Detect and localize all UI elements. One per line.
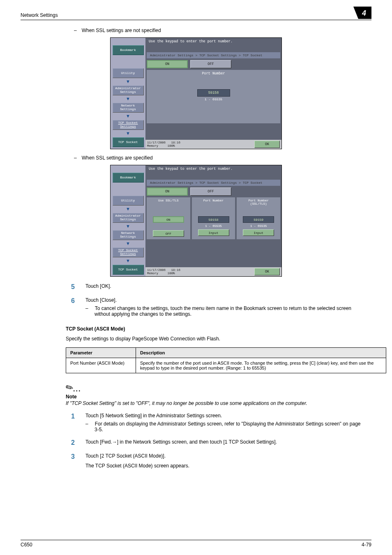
arrow-down-icon: ▼ — [126, 206, 130, 211]
step-2: 2 Touch [Fwd.→] in the Network Settings … — [66, 439, 363, 446]
nav-tcp-socket-settings[interactable]: TCP Socket Settings — [113, 247, 144, 257]
step-3: 3 Touch [2 TCP Socket (ASCII Mode)]. The… — [66, 453, 363, 469]
page-header: Network Settings 4 — [21, 12, 371, 20]
on-button[interactable]: ON — [147, 187, 188, 196]
port-number-value[interactable]: 59158 — [197, 89, 230, 97]
table-header-description: Description — [136, 348, 386, 358]
port-ssl-value[interactable]: 59159 — [243, 216, 274, 223]
arrow-down-icon: ▼ — [126, 113, 130, 118]
nav-utility[interactable]: Utility — [113, 196, 144, 206]
nav-tcp-socket[interactable]: TCP Socket — [113, 137, 144, 147]
step-text: Touch [Fwd.→] in the Network Settings sc… — [82, 439, 363, 446]
ok-button[interactable]: OK — [254, 268, 280, 275]
step-number: 6 — [66, 297, 82, 317]
screenshot-ssl: Bookmark Utility ▼ Administrator Setting… — [110, 165, 282, 277]
arrow-down-icon: ▼ — [126, 96, 130, 101]
step-extra-text: The TCP Socket (ASCII Mode) screen appea… — [85, 463, 363, 469]
table-cell-param: Port Number (ASCII Mode) — [66, 358, 136, 373]
step-number: 3 — [66, 453, 82, 469]
off-button[interactable]: OFF — [190, 187, 231, 196]
step-text: Touch [5 Network Setting] in the Adminis… — [85, 413, 363, 419]
table-row: Port Number (ASCII Mode) Specify the num… — [66, 358, 386, 373]
port-ssl-input-button[interactable]: Input — [243, 229, 274, 236]
port-value[interactable]: 59158 — [198, 216, 229, 223]
nav-utility[interactable]: Utility — [113, 68, 144, 78]
ssl-on-button[interactable]: ON — [153, 216, 184, 223]
nav-tcp-socket-settings[interactable]: TCP Socket Settings — [113, 120, 144, 130]
step-6: 6 Touch [Close]. To cancel changes to th… — [66, 297, 363, 317]
step-text: Touch [OK]. — [82, 283, 363, 291]
off-button[interactable]: OFF — [190, 60, 231, 68]
step-sub-bullet: To cancel changes to the settings, touch… — [85, 305, 363, 317]
nav-admin-settings[interactable]: Administrator Settings — [113, 86, 144, 95]
step-number: 5 — [66, 283, 82, 291]
table-cell-desc: Specify the number of the port used in A… — [136, 358, 386, 373]
ok-button[interactable]: OK — [254, 141, 280, 148]
screen-title: Use the keypad to enter the port number. — [145, 165, 281, 173]
port-number-panel: Port Number 59158 1 - 65535 — [147, 70, 280, 123]
nav-network-settings[interactable]: Network Settings — [113, 103, 144, 113]
parameter-table: Parameter Description Port Number (ASCII… — [66, 347, 386, 373]
port-ssl-range: 1 - 65535 — [250, 224, 267, 228]
note-text: If "TCP Socket Setting" is set to "OFF",… — [66, 400, 386, 406]
arrow-down-icon: ▼ — [126, 79, 130, 84]
arrow-down-icon: ▼ — [126, 131, 130, 136]
on-button[interactable]: ON — [147, 60, 188, 68]
step-number: 1 — [66, 413, 82, 432]
note-label: Note — [66, 394, 371, 400]
screen-title: Use the keypad to enter the port number. — [145, 38, 281, 45]
port-ssl-column-title: Port Number (SSL/TLS) — [237, 198, 280, 204]
nav-admin-settings[interactable]: Administrator Settings — [113, 213, 144, 223]
port-number-range: 1 - 65535 — [205, 97, 222, 101]
breadcrumb: Administrator Settings > TCP Socket Sett… — [147, 52, 280, 58]
ssl-off-button[interactable]: OFF — [153, 230, 184, 237]
header-title: Network Settings — [21, 12, 58, 18]
table-header-parameter: Parameter — [66, 348, 136, 358]
page-footer: C650 4-79 — [21, 540, 371, 548]
step-1: 1 Touch [5 Network Setting] in the Admin… — [66, 413, 363, 432]
intro-bullet-2: When SSL settings are specified — [74, 155, 371, 161]
status-text: 11/17/2006 18:16 Memory 100% — [147, 141, 180, 148]
footer-right: 4-79 — [362, 542, 371, 548]
port-column: Port Number 59158 1 - 65535 Input — [192, 197, 235, 239]
port-column-title: Port Number — [192, 198, 235, 204]
step-text: Touch [2 TCP Socket (ASCII Mode)]. — [85, 453, 363, 459]
port-ssl-column: Port Number (SSL/TLS) 59159 1 - 65535 In… — [237, 197, 280, 239]
port-range: 1 - 65535 — [205, 224, 222, 228]
ssl-column-title: Use SSL/TLS — [147, 198, 190, 204]
bookmark-button[interactable]: Bookmark — [113, 45, 144, 55]
arrow-down-icon: ▼ — [126, 224, 130, 229]
arrow-down-icon: ▼ — [126, 258, 130, 263]
chapter-number: 4 — [362, 9, 366, 17]
footer-left: C650 — [21, 542, 32, 548]
step-number: 2 — [66, 439, 82, 446]
port-number-label: Port Number — [202, 72, 225, 76]
ssl-column: Use SSL/TLS ON OFF — [147, 197, 190, 239]
screenshot-no-ssl: Bookmark Utility ▼ Administrator Setting… — [110, 37, 282, 149]
bookmark-button[interactable]: Bookmark — [113, 173, 144, 183]
section-heading: TCP Socket (ASCII Mode) — [66, 326, 371, 332]
status-text: 11/17/2006 18:16 Memory 100% — [147, 268, 180, 275]
port-input-button[interactable]: Input — [198, 229, 229, 236]
nav-network-settings[interactable]: Network Settings — [113, 230, 144, 240]
arrow-down-icon: ▼ — [126, 241, 130, 246]
breadcrumb: Administrator Settings > TCP Socket Sett… — [147, 180, 280, 186]
step-sub-bullet: For details on displaying the Administra… — [85, 421, 363, 432]
step-text: Touch [Close]. — [85, 297, 363, 303]
step-5: 5 Touch [OK]. — [66, 283, 363, 291]
intro-bullet-1: When SSL settings are not specified — [74, 28, 371, 33]
note-block: ✎... Note If "TCP Socket Setting" is set… — [66, 382, 371, 406]
section-intro: Specify the settings to display PageScop… — [66, 336, 371, 342]
nav-tcp-socket[interactable]: TCP Socket — [113, 265, 144, 275]
chapter-tab: 4 — [353, 7, 371, 19]
